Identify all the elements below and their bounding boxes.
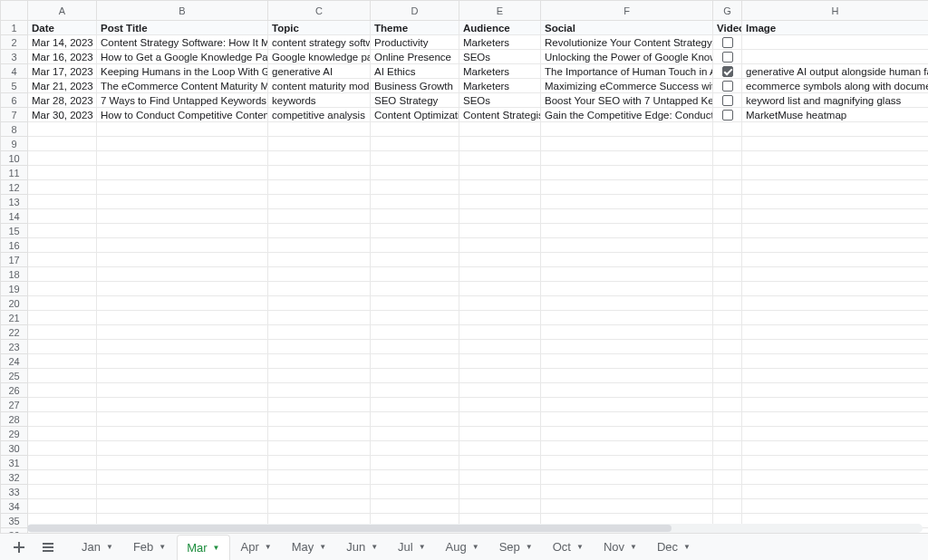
cell-video[interactable] <box>713 108 742 122</box>
empty-cell[interactable] <box>713 369 742 383</box>
empty-cell[interactable] <box>459 122 541 137</box>
empty-cell[interactable] <box>97 441 268 456</box>
empty-cell[interactable] <box>28 340 97 354</box>
video-checkbox[interactable] <box>722 37 733 48</box>
sheet-tab-aug[interactable]: Aug▼ <box>437 535 488 560</box>
cell-post-title[interactable]: How to Conduct Competitive Content Anal <box>97 108 268 122</box>
empty-cell[interactable] <box>713 412 742 427</box>
empty-cell[interactable] <box>541 224 713 238</box>
empty-cell[interactable] <box>713 253 742 267</box>
empty-cell[interactable] <box>371 369 459 383</box>
empty-cell[interactable] <box>97 209 268 224</box>
empty-cell[interactable] <box>28 383 97 398</box>
chevron-down-icon[interactable]: ▼ <box>213 544 220 552</box>
row-number[interactable]: 20 <box>1 296 28 311</box>
empty-cell[interactable] <box>459 427 541 441</box>
empty-cell[interactable] <box>28 456 97 470</box>
empty-cell[interactable] <box>97 122 268 137</box>
empty-cell[interactable] <box>459 166 541 180</box>
cell-theme[interactable]: Business Growth <box>371 79 459 93</box>
empty-cell[interactable] <box>268 166 371 180</box>
empty-cell[interactable] <box>268 180 371 195</box>
empty-cell[interactable] <box>97 340 268 354</box>
empty-cell[interactable] <box>28 499 97 514</box>
empty-cell[interactable] <box>459 238 541 253</box>
empty-cell[interactable] <box>268 412 371 427</box>
cell-topic[interactable]: competitive analysis <box>268 108 371 122</box>
empty-cell[interactable] <box>541 209 713 224</box>
empty-cell[interactable] <box>459 470 541 485</box>
header-cell-post_title[interactable]: Post Title <box>97 21 268 35</box>
empty-cell[interactable] <box>268 369 371 383</box>
empty-cell[interactable] <box>713 499 742 514</box>
empty-cell[interactable] <box>97 282 268 296</box>
empty-cell[interactable] <box>742 238 929 253</box>
empty-cell[interactable] <box>28 151 97 166</box>
row-number[interactable]: 17 <box>1 253 28 267</box>
column-header-f[interactable]: F <box>541 1 713 21</box>
chevron-down-icon[interactable]: ▼ <box>683 543 691 551</box>
cell-theme[interactable]: AI Ethics <box>371 64 459 79</box>
empty-cell[interactable] <box>97 238 268 253</box>
cell-topic[interactable]: keywords <box>268 93 371 108</box>
sheet-tab-nov[interactable]: Nov▼ <box>594 535 646 560</box>
empty-cell[interactable] <box>268 238 371 253</box>
empty-cell[interactable] <box>371 383 459 398</box>
row-number[interactable]: 27 <box>1 398 28 412</box>
cell-audience[interactable]: Marketers <box>459 79 541 93</box>
empty-cell[interactable] <box>268 427 371 441</box>
empty-cell[interactable] <box>742 441 929 456</box>
empty-cell[interactable] <box>713 267 742 282</box>
empty-cell[interactable] <box>713 122 742 137</box>
row-number[interactable]: 4 <box>1 64 28 79</box>
empty-cell[interactable] <box>371 238 459 253</box>
chevron-down-icon[interactable]: ▼ <box>630 543 637 551</box>
empty-cell[interactable] <box>541 369 713 383</box>
empty-cell[interactable] <box>97 253 268 267</box>
cell-video[interactable] <box>713 35 742 50</box>
empty-cell[interactable] <box>713 311 742 325</box>
empty-cell[interactable] <box>459 325 541 340</box>
cell-social[interactable]: Unlocking the Power of Google Knowledge <box>541 50 713 64</box>
empty-cell[interactable] <box>97 470 268 485</box>
row-number[interactable]: 6 <box>1 93 28 108</box>
empty-cell[interactable] <box>268 282 371 296</box>
column-header-h[interactable]: H <box>742 1 929 21</box>
empty-cell[interactable] <box>459 456 541 470</box>
empty-cell[interactable] <box>371 456 459 470</box>
row-number[interactable]: 5 <box>1 79 28 93</box>
empty-cell[interactable] <box>541 398 713 412</box>
empty-cell[interactable] <box>713 470 742 485</box>
empty-cell[interactable] <box>742 325 929 340</box>
chevron-down-icon[interactable]: ▼ <box>526 543 533 551</box>
empty-cell[interactable] <box>541 180 713 195</box>
empty-cell[interactable] <box>541 296 713 311</box>
empty-cell[interactable] <box>713 238 742 253</box>
empty-cell[interactable] <box>713 456 742 470</box>
empty-cell[interactable] <box>268 195 371 209</box>
scrollbar-thumb[interactable] <box>27 525 672 532</box>
sheet-tab-oct[interactable]: Oct▼ <box>544 535 593 560</box>
row-number[interactable]: 28 <box>1 412 28 427</box>
empty-cell[interactable] <box>742 398 929 412</box>
empty-cell[interactable] <box>541 427 713 441</box>
chevron-down-icon[interactable]: ▼ <box>472 543 479 551</box>
empty-cell[interactable] <box>459 383 541 398</box>
empty-cell[interactable] <box>371 412 459 427</box>
empty-cell[interactable] <box>371 122 459 137</box>
empty-cell[interactable] <box>742 122 929 137</box>
cell-image[interactable]: ecommerce symbols along with document ic… <box>742 79 929 93</box>
cell-video[interactable] <box>713 79 742 93</box>
column-header-g[interactable]: G <box>713 1 742 21</box>
empty-cell[interactable] <box>541 122 713 137</box>
cell-audience[interactable]: Marketers <box>459 35 541 50</box>
header-cell-video[interactable]: Video <box>713 21 742 35</box>
empty-cell[interactable] <box>97 499 268 514</box>
empty-cell[interactable] <box>97 412 268 427</box>
empty-cell[interactable] <box>371 253 459 267</box>
cell-theme[interactable]: Online Presence <box>371 50 459 64</box>
header-cell-topic[interactable]: Topic <box>268 21 371 35</box>
empty-cell[interactable] <box>459 195 541 209</box>
empty-cell[interactable] <box>541 485 713 499</box>
empty-cell[interactable] <box>97 456 268 470</box>
